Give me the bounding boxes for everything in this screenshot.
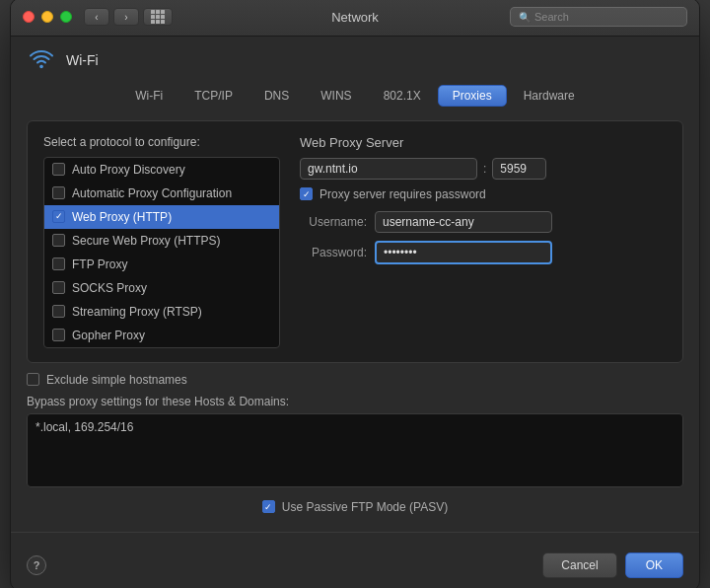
protocol-label-ftp-proxy: FTP Proxy — [72, 257, 127, 271]
protocol-label-secure-web-proxy: Secure Web Proxy (HTTPS) — [72, 234, 220, 248]
footer: ? Cancel OK — [11, 543, 699, 589]
protocol-item-ftp-proxy[interactable]: FTP Proxy — [44, 253, 279, 276]
protocol-list: Auto Proxy Discovery Automatic Proxy Con… — [43, 157, 280, 348]
port-colon: : — [483, 162, 486, 176]
right-panel: Web Proxy Server : Proxy server requires… — [300, 135, 667, 348]
ok-button[interactable]: OK — [625, 552, 683, 578]
checkbox-socks-proxy[interactable] — [52, 281, 65, 294]
checkbox-web-proxy-http[interactable] — [52, 210, 65, 223]
search-icon: 🔍 — [519, 12, 531, 23]
checkbox-secure-web-proxy[interactable] — [52, 234, 65, 247]
bottom-section: Exclude simple hostnames Bypass proxy se… — [27, 363, 683, 514]
protocol-label-streaming-proxy: Streaming Proxy (RTSP) — [72, 305, 202, 319]
exclude-hostnames-checkbox[interactable] — [27, 373, 39, 386]
tab-proxies[interactable]: Proxies — [438, 85, 507, 107]
maximize-button[interactable] — [60, 11, 72, 23]
grid-icon — [151, 10, 165, 24]
port-input[interactable] — [492, 158, 546, 180]
back-button[interactable]: ‹ — [84, 8, 109, 26]
wifi-icon — [27, 48, 56, 73]
password-label: Password: — [300, 246, 367, 259]
password-requires-checkbox[interactable] — [300, 187, 313, 200]
protocol-label-auto-proxy-discovery: Auto Proxy Discovery — [72, 163, 185, 177]
window-title: Network — [331, 10, 379, 25]
search-input[interactable] — [534, 11, 678, 23]
svg-point-0 — [39, 64, 43, 68]
passive-ftp-label: Use Passive FTP Mode (PASV) — [282, 500, 448, 514]
footer-divider — [11, 532, 699, 533]
checkbox-streaming-proxy[interactable] — [52, 305, 65, 318]
checkbox-auto-proxy-config[interactable] — [52, 186, 65, 199]
footer-buttons: Cancel OK — [542, 552, 683, 578]
proxy-server-title: Web Proxy Server — [300, 135, 667, 150]
protocol-label-web-proxy-http: Web Proxy (HTTP) — [72, 210, 172, 224]
nav-buttons: ‹ › — [84, 8, 139, 26]
tab-8021x[interactable]: 802.1X — [369, 85, 436, 107]
password-input[interactable] — [375, 241, 552, 264]
checkbox-ftp-proxy[interactable] — [52, 257, 65, 270]
password-requires-label: Proxy server requires password — [320, 187, 486, 201]
tab-wins[interactable]: WINS — [306, 85, 366, 107]
checkbox-gopher-proxy[interactable] — [52, 329, 65, 341]
protocol-label-gopher-proxy: Gopher Proxy — [72, 329, 145, 342]
protocol-item-auto-proxy-config[interactable]: Automatic Proxy Configuration — [44, 182, 279, 205]
main-panel: Select a protocol to configure: Auto Pro… — [27, 120, 683, 363]
server-input[interactable] — [300, 158, 477, 180]
username-input[interactable] — [375, 211, 552, 233]
username-label: Username: — [300, 215, 367, 229]
content-area: Wi-Fi Wi-Fi TCP/IP DNS WINS 802.1X Proxi… — [11, 37, 699, 532]
protocol-item-socks-proxy[interactable]: SOCKS Proxy — [44, 276, 279, 300]
password-checkbox-row[interactable]: Proxy server requires password — [300, 187, 667, 201]
cancel-button[interactable]: Cancel — [542, 552, 616, 578]
exclude-row[interactable]: Exclude simple hostnames — [27, 373, 683, 387]
passive-ftp-checkbox[interactable] — [262, 500, 275, 513]
protocol-item-web-proxy-http[interactable]: Web Proxy (HTTP) — [44, 205, 279, 229]
left-panel: Select a protocol to configure: Auto Pro… — [43, 135, 280, 348]
username-row: Username: — [300, 211, 667, 233]
wifi-header: Wi-Fi — [27, 48, 683, 73]
checkbox-auto-proxy-discovery[interactable] — [52, 163, 65, 176]
passive-ftp-row[interactable]: Use Passive FTP Mode (PASV) — [27, 500, 683, 514]
titlebar: ‹ › Network 🔍 — [11, 0, 699, 37]
protocol-item-streaming-proxy[interactable]: Streaming Proxy (RTSP) — [44, 300, 279, 324]
forward-button[interactable]: › — [113, 8, 139, 26]
network-window: ‹ › Network 🔍 — [10, 0, 700, 588]
protocol-item-secure-web-proxy[interactable]: Secure Web Proxy (HTTPS) — [44, 229, 279, 253]
help-button[interactable]: ? — [27, 555, 46, 575]
protocol-item-auto-proxy-discovery[interactable]: Auto Proxy Discovery — [44, 158, 279, 182]
close-button[interactable] — [23, 11, 35, 23]
traffic-lights — [23, 11, 72, 23]
password-row: Password: — [300, 241, 667, 264]
tab-tcpip[interactable]: TCP/IP — [179, 85, 248, 107]
search-box[interactable]: 🔍 — [510, 7, 687, 27]
tab-dns[interactable]: DNS — [249, 85, 304, 107]
server-row: : — [300, 158, 667, 180]
tabs-bar: Wi-Fi TCP/IP DNS WINS 802.1X Proxies Har… — [27, 85, 683, 107]
wifi-label: Wi-Fi — [66, 52, 99, 68]
bypass-label: Bypass proxy settings for these Hosts & … — [27, 395, 683, 408]
protocol-item-gopher-proxy[interactable]: Gopher Proxy — [44, 324, 279, 347]
exclude-hostnames-label: Exclude simple hostnames — [46, 373, 187, 387]
protocol-label-socks-proxy: SOCKS Proxy — [72, 281, 147, 295]
bypass-textarea[interactable]: *.local, 169.254/16 — [27, 413, 683, 487]
minimize-button[interactable] — [41, 11, 53, 23]
tab-wifi[interactable]: Wi-Fi — [120, 85, 178, 107]
grid-button[interactable] — [143, 8, 173, 26]
tab-hardware[interactable]: Hardware — [509, 85, 590, 107]
protocol-label-auto-proxy-config: Automatic Proxy Configuration — [72, 186, 232, 200]
protocol-section-label: Select a protocol to configure: — [43, 135, 280, 149]
